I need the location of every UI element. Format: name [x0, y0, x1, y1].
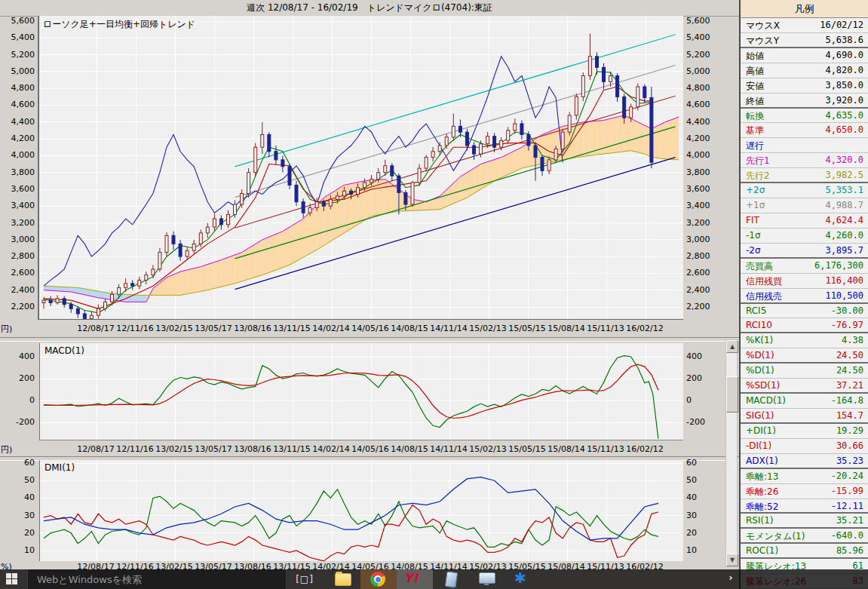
- candle: [275, 152, 278, 160]
- candle: [636, 87, 639, 107]
- legend-row-value: 4,260.0: [825, 230, 863, 241]
- phone-app-button[interactable]: [433, 569, 469, 589]
- legend-row-value: -30.00: [831, 305, 863, 316]
- legend-rows: マウスX 16/02/12マウスY 5,638.6始値 4,690.0高値 4,…: [741, 18, 868, 589]
- candle: [480, 144, 483, 154]
- candle: [596, 57, 599, 68]
- file-explorer-button[interactable]: [324, 569, 360, 589]
- windows-logo-icon: [6, 579, 11, 584]
- candle: [425, 158, 428, 169]
- regression-line: [235, 96, 676, 228]
- candle: [609, 76, 612, 82]
- scroll-up-button[interactable]: ▲: [726, 340, 738, 353]
- legend-row-label: 乖離:52: [746, 501, 778, 514]
- candle: [322, 202, 325, 207]
- date-tick: 15/02/13: [465, 324, 511, 333]
- price-tick-left: 3,800: [2, 167, 35, 178]
- legend-row: ROC(1) 85.96: [741, 544, 868, 559]
- scroll-right-chevron[interactable]: ›: [725, 572, 737, 584]
- candle: [254, 147, 257, 172]
- legend-row-label: 転換: [746, 110, 764, 123]
- legend-row-value: 85.96: [836, 545, 863, 556]
- candle: [69, 305, 72, 309]
- date-tick: 14/02/14: [308, 324, 354, 333]
- splat-icon: ✱: [514, 569, 526, 586]
- date-tick: 14/11/14: [426, 324, 471, 333]
- legend-row-value: 4,988.7: [825, 200, 863, 210]
- candle: [56, 299, 59, 303]
- legend-row: 転換 4,635.0: [741, 109, 868, 124]
- date-tick: 14/08/15: [387, 324, 432, 333]
- candle: [288, 167, 291, 186]
- macd-xaxis: 円) 12/08/1712/11/1613/02/1513/05/1713/08…: [0, 442, 725, 456]
- legend-row: MACD(1) -164.8: [741, 394, 868, 409]
- candle: [295, 185, 298, 201]
- dmi-svg: [40, 460, 683, 569]
- legend-row: +DI(1) 19.29: [741, 424, 868, 439]
- legend-row-value: 3,920.0: [825, 95, 863, 106]
- date-tick-macd: 14/08/15: [387, 444, 432, 454]
- scroll-down-button[interactable]: ▼: [726, 554, 738, 566]
- candle: [97, 308, 100, 315]
- price-tick-left: 4,200: [2, 133, 35, 144]
- legend-row-label: 信用残売: [746, 290, 782, 303]
- legend-row-value: 35.23: [836, 456, 863, 466]
- legend-row: -DI(1) 30.66: [741, 439, 868, 454]
- price-tick-left: 3,000: [2, 235, 35, 245]
- windows-logo-icon: [12, 579, 17, 584]
- date-tick: 12/11/16: [112, 324, 158, 333]
- dmi-tick-right: 30: [686, 511, 716, 521]
- legend-row: %D(1) 24.50: [741, 348, 868, 364]
- legend-row: 先行2 3,982.5: [741, 168, 868, 183]
- indicator-scrollbar[interactable]: ▲ ▼: [725, 339, 738, 567]
- task-view-button[interactable]: [□]: [294, 572, 315, 586]
- folder-icon: [335, 573, 351, 586]
- legend-row: 基準 4,650.0: [741, 123, 868, 138]
- candle: [268, 135, 271, 152]
- price-tick-left: 3,600: [2, 184, 35, 195]
- candle: [261, 135, 264, 148]
- main-chart-plot[interactable]: ローソク足+一目均衡+回帰トレンド: [38, 16, 683, 320]
- candle: [520, 124, 523, 135]
- price-tick-right: 4,600: [686, 100, 722, 110]
- legend-row-value: -15.99: [831, 486, 863, 496]
- chrome-button[interactable]: [360, 569, 397, 589]
- macd-tick-left: 200: [2, 373, 35, 384]
- candle: [199, 233, 202, 244]
- legend-row: 高値 4,820.0: [741, 63, 868, 78]
- legend-row: 乖離:13 -20.24: [741, 469, 868, 484]
- candle: [104, 302, 107, 308]
- remote-app-button[interactable]: ✱: [505, 569, 541, 589]
- legend-row-value: 4,635.0: [825, 110, 863, 121]
- dmi-plot[interactable]: DMI(1): [39, 460, 683, 569]
- candle: [493, 137, 496, 148]
- legend-row: SIG(1) 154.7: [741, 409, 868, 424]
- candle: [465, 132, 468, 146]
- price-tick-right: 3,800: [686, 167, 722, 178]
- legend-row-label: %SD(1): [746, 380, 780, 391]
- legend-row-label: 乖離:13: [746, 471, 778, 483]
- computer-app-button[interactable]: [469, 569, 505, 589]
- candle: [234, 204, 237, 214]
- date-tick: 16/02/12: [622, 324, 667, 333]
- legend-row-value: -640.0: [831, 530, 863, 541]
- legend-row-value: 16/02/12: [820, 20, 863, 30]
- dmi-label: DMI(1): [44, 462, 75, 473]
- legend-row-label: %K(1): [746, 335, 773, 345]
- legend-row-value: -76.97: [831, 320, 863, 330]
- candle: [308, 208, 311, 213]
- legend-row-label: 遅行: [746, 140, 764, 152]
- date-tick-macd: 13/05/17: [191, 444, 236, 454]
- yahoo-button[interactable]: Y!: [397, 569, 433, 589]
- candle: [138, 280, 141, 286]
- scrollbar-thumb[interactable]: [726, 376, 738, 413]
- taskbar-search-input[interactable]: WebとWindowsを検索: [27, 569, 287, 589]
- legend-row-label: 売買高: [746, 260, 773, 273]
- date-tick-macd: 15/11/13: [583, 444, 628, 454]
- panel-splitter[interactable]: [0, 337, 739, 342]
- candle: [541, 158, 544, 171]
- macd-plot[interactable]: MACD(1): [39, 343, 683, 440]
- candle: [630, 107, 633, 118]
- price-tick-right: 5,200: [686, 50, 722, 60]
- start-button[interactable]: [6, 573, 23, 585]
